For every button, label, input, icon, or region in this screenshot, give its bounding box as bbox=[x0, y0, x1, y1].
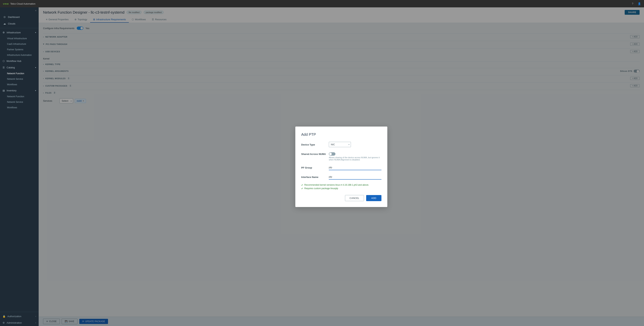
device-type-select-wrapper: NIC PTP Other bbox=[329, 142, 351, 147]
sidebar-item-label: Authorization bbox=[7, 315, 21, 318]
sidebar-section-infrastructure[interactable]: ⚙ Infrastructure ▾ bbox=[0, 29, 39, 36]
dashboard-icon: ⊙ bbox=[3, 16, 6, 19]
chevron-down-icon: ▾ bbox=[35, 90, 36, 92]
brand: vmw Telco Cloud Automation bbox=[3, 3, 36, 5]
shared-across-numa-hint: Allows sharing of the device across NUMA… bbox=[329, 156, 382, 161]
sidebar-item-label: Clouds bbox=[8, 22, 15, 25]
info-line-2: ✔ Requires custom package linuxptp bbox=[301, 187, 382, 190]
modal-overlay: Add PTP Device Type NIC PTP Other bbox=[39, 7, 644, 326]
interface-name-control bbox=[329, 174, 382, 180]
shared-across-numa-row: Shared Across NUMA Allows sharing of the… bbox=[301, 151, 382, 161]
add-ptp-modal: Add PTP Device Type NIC PTP Other bbox=[295, 127, 387, 207]
sidebar-item-dashboard[interactable]: ⊙ Dashboard bbox=[0, 14, 39, 20]
sidebar-sub-partner-systems[interactable]: Partner Systems bbox=[0, 47, 39, 52]
sidebar-sub-inv-network-function[interactable]: Network Function bbox=[0, 94, 39, 99]
interface-name-row: Interface Name bbox=[301, 174, 382, 180]
interface-name-label: Interface Name bbox=[301, 174, 329, 178]
chevron-down-icon: ▾ bbox=[35, 67, 36, 69]
authorization-icon: 🔒 bbox=[2, 315, 6, 318]
sidebar-item-clouds[interactable]: ☁ Clouds bbox=[0, 20, 39, 27]
interface-name-input[interactable] bbox=[329, 174, 382, 180]
sidebar-section-workflow-hub[interactable]: ⬡ Workflow Hub bbox=[0, 58, 39, 64]
modal-title: Add PTP bbox=[301, 132, 382, 137]
vmw-logo: vmw bbox=[3, 3, 9, 5]
shared-across-numa-toggle[interactable] bbox=[329, 152, 336, 156]
sidebar-section-label: Inventory bbox=[6, 89, 16, 92]
catalog-icon: ☰ bbox=[2, 66, 5, 69]
sidebar-section-label: Workflow Hub bbox=[6, 60, 21, 63]
sidebar-item-label: Administration bbox=[6, 321, 22, 324]
device-type-select[interactable]: NIC PTP Other bbox=[329, 142, 351, 147]
check-icon: ✔ bbox=[301, 187, 303, 190]
sidebar-item-label: Dashboard bbox=[8, 16, 20, 19]
sidebar-sub-inv-network-service[interactable]: Network Service bbox=[0, 99, 39, 105]
info-line-1: ✔ Recommended kernel versions linux-rt 4… bbox=[301, 184, 382, 186]
sidebar-sub-infrastructure-automation[interactable]: Infrastructure Automation bbox=[0, 52, 39, 58]
shared-across-numa-label: Shared Across NUMA bbox=[301, 151, 329, 155]
sidebar-section-label: Infrastructure bbox=[6, 31, 21, 34]
sidebar-item-authorization[interactable]: 🔒 Authorization › bbox=[0, 313, 39, 319]
device-type-row: Device Type NIC PTP Other bbox=[301, 142, 382, 147]
cancel-button[interactable]: CANCEL bbox=[345, 195, 364, 201]
info-section: ✔ Recommended kernel versions linux-rt 4… bbox=[301, 184, 382, 190]
sidebar-sub-catalog-network-function[interactable]: Network Function bbox=[0, 71, 39, 76]
shared-across-numa-control: Allows sharing of the device across NUMA… bbox=[329, 151, 382, 161]
sidebar-sub-virtual-infrastructure[interactable]: Virtual Infrastructure bbox=[0, 36, 39, 41]
chevron-right-icon: › bbox=[36, 315, 36, 317]
sidebar-sub-inv-workflows[interactable]: Workflows bbox=[0, 105, 39, 110]
sidebar-collapse-btn[interactable]: « bbox=[0, 7, 39, 14]
device-type-label: Device Type bbox=[301, 142, 329, 146]
topbar-right: ? 👤 bbox=[631, 2, 641, 6]
device-type-control: NIC PTP Other bbox=[329, 142, 382, 147]
sidebar-sub-catalog-workflows[interactable]: Workflows bbox=[0, 82, 39, 87]
topbar: vmw Telco Cloud Automation ? 👤 bbox=[0, 0, 644, 7]
sidebar-item-administration[interactable]: ⚙ Administration › bbox=[0, 319, 39, 326]
sidebar-section-catalog[interactable]: ☰ Catalog ▾ bbox=[0, 64, 39, 71]
check-icon: ✔ bbox=[301, 184, 303, 186]
app-name: Telco Cloud Automation bbox=[10, 3, 36, 5]
workflow-hub-icon: ⬡ bbox=[2, 60, 4, 63]
sidebar-bottom: 🔒 Authorization › ⚙ Administration › bbox=[0, 311, 39, 326]
sidebar-sub-catalog-network-service[interactable]: Network Service bbox=[0, 76, 39, 82]
sidebar: « ⊙ Dashboard ☁ Clouds ⚙ Infrastructure … bbox=[0, 7, 39, 326]
infrastructure-icon: ⚙ bbox=[2, 31, 5, 34]
main-layout: « ⊙ Dashboard ☁ Clouds ⚙ Infrastructure … bbox=[0, 7, 644, 326]
add-button[interactable]: ADD bbox=[366, 195, 382, 201]
divider bbox=[0, 312, 39, 312]
content-area: Network Function Designer - llc-c3-testn… bbox=[39, 7, 644, 326]
sidebar-section-label: Catalog bbox=[6, 66, 15, 69]
inventory-icon: ▤ bbox=[2, 89, 5, 92]
pf-group-input[interactable] bbox=[329, 165, 382, 170]
pf-group-control bbox=[329, 165, 382, 170]
modal-actions: CANCEL ADD bbox=[301, 195, 382, 201]
administration-icon: ⚙ bbox=[2, 321, 5, 324]
clouds-icon: ☁ bbox=[3, 22, 6, 25]
question-icon[interactable]: ? bbox=[631, 2, 634, 6]
user-icon[interactable]: 👤 bbox=[638, 2, 641, 6]
sidebar-section-inventory[interactable]: ▤ Inventory ▾ bbox=[0, 87, 39, 94]
sidebar-sub-caas-infrastructure[interactable]: CaaS Infrastructure bbox=[0, 41, 39, 47]
chevron-right-icon: › bbox=[36, 322, 36, 324]
pf-group-label: PF Group bbox=[301, 165, 329, 169]
chevron-down-icon: ▾ bbox=[35, 32, 36, 34]
pf-group-row: PF Group bbox=[301, 165, 382, 170]
divider bbox=[0, 28, 39, 28]
